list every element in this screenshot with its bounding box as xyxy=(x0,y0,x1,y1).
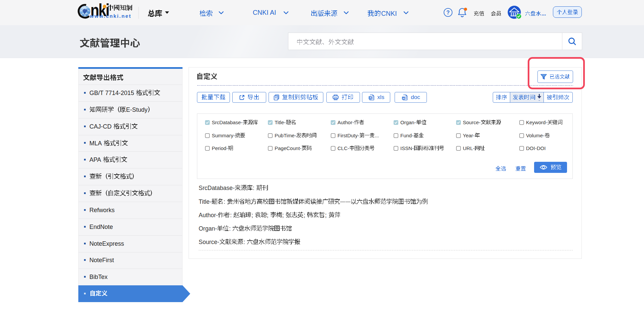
svg-text:?: ? xyxy=(446,10,450,15)
svg-text:X: X xyxy=(369,96,371,99)
svg-text:w: w xyxy=(402,97,405,100)
